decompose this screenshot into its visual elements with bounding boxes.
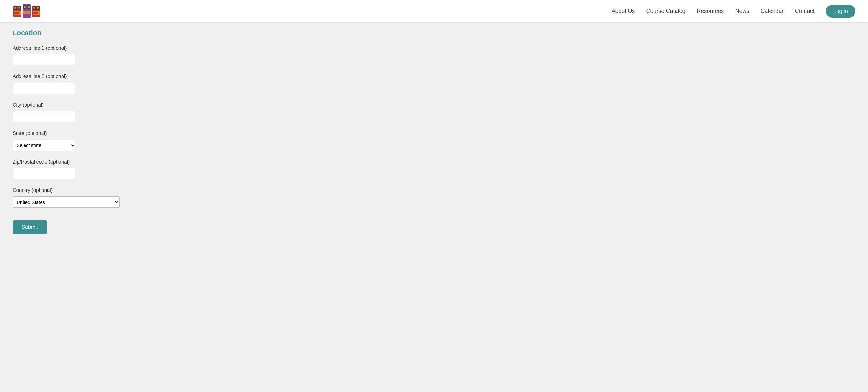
svg-point-12 [37,7,39,9]
address1-label: Address line 1 (optional) [12,45,271,52]
zip-input[interactable] [12,168,75,179]
svg-rect-20 [24,14,30,17]
address1-group: Address line 1 (optional) [12,45,271,65]
svg-point-17 [24,6,26,8]
svg-point-18 [28,6,30,8]
svg-point-4 [14,7,17,9]
nav-resources[interactable]: Resources [697,8,724,14]
city-group: City (optional) [12,101,271,122]
nav-contact[interactable]: Contact [795,8,814,14]
login-button[interactable]: Log in [826,5,856,18]
state-group: State (optional) Select stateAlabamaAlas… [12,130,271,151]
submit-button[interactable]: Submit [12,220,47,234]
country-group: Country (optional) United StatesCanadaMe… [12,187,271,208]
city-label: City (optional) [12,101,271,109]
svg-point-5 [18,7,20,9]
nav-course-catalog[interactable]: Course Catalog [646,8,685,14]
zip-group: Zip/Postal code (optional) [12,158,271,179]
svg-rect-13 [33,12,38,14]
nav-about-us[interactable]: About Us [611,8,634,14]
main-content: Location Address line 1 (optional) Addre… [0,23,283,253]
state-label: State (optional) [12,130,271,137]
zip-label: Zip/Postal code (optional) [12,158,271,165]
svg-rect-6 [14,12,20,14]
nav-calendar[interactable]: Calendar [761,8,784,14]
country-select[interactable]: United StatesCanadaMexicoUnited KingdomA… [12,196,120,208]
logo-icon [12,3,41,20]
svg-point-11 [33,7,35,9]
main-nav: About Us Course Catalog Resources News C… [611,5,856,18]
address2-label: Address line 2 (optional) [12,73,271,80]
address2-group: Address line 2 (optional) [12,73,271,94]
state-select[interactable]: Select stateAlabamaAlaskaArizonaArkansas… [12,140,75,151]
nav-news[interactable]: News [735,8,749,14]
country-label: Country (optional) [12,187,271,194]
city-input[interactable] [12,111,75,122]
location-form: Address line 1 (optional) Address line 2… [12,45,271,234]
address2-input[interactable] [12,83,75,94]
svg-rect-19 [23,11,30,14]
section-title: Location [12,29,271,37]
address1-input[interactable] [12,54,75,65]
header: About Us Course Catalog Resources News C… [0,0,868,23]
logo [12,3,41,20]
